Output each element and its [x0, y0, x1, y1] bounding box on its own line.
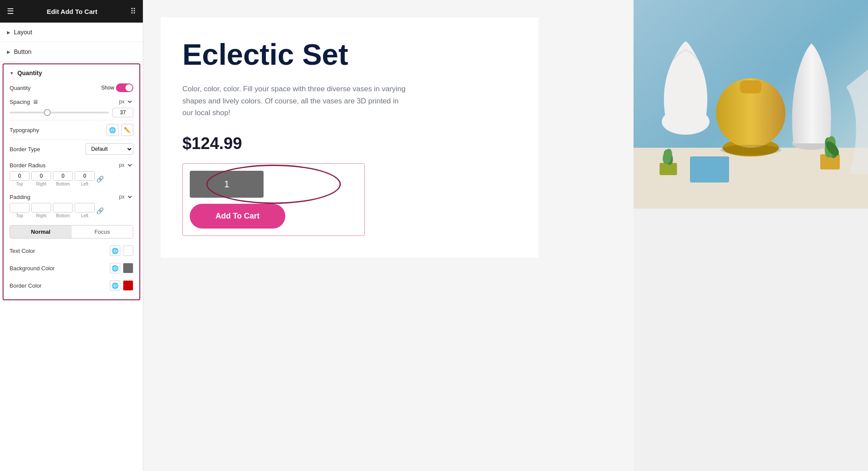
quantity-oval-wrap	[190, 171, 357, 198]
border-radius-unit[interactable]: px em	[117, 162, 133, 169]
product-card: Eclectic Set Color, color, color. Fill y…	[161, 17, 538, 258]
br-right-label: Right	[36, 182, 46, 186]
border-radius-label-row: Border Radius px em	[10, 162, 133, 169]
border-radius-section: Border Radius px em Top Right Bottom	[3, 158, 139, 190]
focus-tab[interactable]: Focus	[72, 226, 133, 238]
quantity-toggle[interactable]	[116, 83, 133, 92]
bg-color-globe[interactable]: 🌐	[110, 263, 120, 273]
button-section[interactable]: ▶ Button	[0, 42, 143, 62]
padding-right-wrap: Right	[31, 203, 51, 218]
state-tabs: Normal Focus	[10, 225, 133, 239]
border-type-label: Border Type	[10, 146, 40, 153]
grid-icon[interactable]: ⠿	[130, 7, 136, 16]
product-title: Eclectic Set	[182, 39, 517, 70]
border-radius-left-wrap: Left	[75, 171, 95, 186]
bg-color-row: Background Color 🌐	[3, 259, 139, 277]
border-color-globe[interactable]: 🌐	[110, 280, 120, 291]
spacing-label-wrap: Spacing 🖥	[10, 99, 38, 105]
border-radius-right[interactable]	[31, 171, 51, 181]
product-desc: Color, color, color. Fill your space wit…	[182, 83, 408, 119]
main-content: Eclectic Set Color, color, color. Fill y…	[143, 0, 868, 471]
pad-left-label: Left	[81, 213, 89, 218]
padding-link-icon[interactable]: 🔗	[96, 207, 104, 214]
padding-bottom[interactable]	[53, 203, 73, 212]
monitor-icon[interactable]: 🖥	[33, 99, 38, 105]
bg-color-label: Background Color	[10, 265, 55, 272]
padding-left-wrap: Left	[75, 203, 95, 218]
sidebar: ☰ Edit Add To Cart ⠿ ▶ Layout ▶ Button ▼…	[0, 0, 143, 471]
quantity-section-header[interactable]: ▼ Quantity	[3, 64, 139, 80]
sidebar-title: Edit Add To Cart	[47, 8, 98, 15]
padding-bottom-wrap: Bottom	[53, 203, 73, 218]
svg-rect-2	[690, 156, 729, 182]
border-radius-link-icon[interactable]: 🔗	[96, 176, 104, 182]
border-color-control: 🌐	[110, 280, 133, 291]
padding-inputs: Top Right Bottom Left 🔗	[10, 203, 133, 218]
hamburger-icon[interactable]: ☰	[7, 7, 14, 16]
border-color-label: Border Color	[10, 282, 42, 289]
typography-label: Typography	[10, 127, 39, 133]
border-radius-top[interactable]	[10, 171, 30, 181]
br-bottom-label: Bottom	[56, 182, 70, 186]
spacing-label: Spacing	[10, 99, 30, 105]
layout-label: Layout	[14, 29, 32, 36]
text-color-swatch[interactable]	[123, 245, 133, 256]
product-price: $124.99	[182, 134, 517, 153]
border-color-row: Border Color 🌐	[3, 277, 139, 294]
border-radius-inputs: Top Right Bottom Left 🔗	[10, 171, 133, 186]
svg-rect-6	[740, 80, 762, 93]
normal-tab[interactable]: Normal	[10, 226, 72, 238]
quantity-input[interactable]	[190, 171, 264, 198]
pad-right-label: Right	[36, 213, 46, 218]
border-radius-top-wrap: Top	[10, 171, 30, 186]
quantity-arrow: ▼	[10, 71, 14, 76]
edit-icon-typography[interactable]: ✏️	[121, 124, 133, 136]
spacing-range[interactable]	[10, 112, 109, 113]
quantity-toggle-wrap: Show	[101, 83, 133, 92]
svg-rect-12	[660, 163, 677, 175]
add-to-cart-button[interactable]: Add To Cart	[190, 204, 285, 229]
product-image-svg	[634, 0, 868, 209]
button-label: Button	[14, 48, 31, 55]
quantity-section-label: Quantity	[17, 70, 42, 76]
bg-color-swatch[interactable]	[123, 263, 133, 273]
pad-top-label: Top	[16, 213, 23, 218]
padding-label-row: Padding px em	[10, 193, 133, 200]
spacing-value-input[interactable]: 37	[112, 108, 133, 117]
typography-row: Typography 🌐 ✏️	[3, 120, 139, 139]
border-radius-label: Border Radius	[10, 162, 46, 169]
toggle-show-label: Show	[101, 85, 114, 91]
text-color-globe[interactable]: 🌐	[110, 245, 120, 256]
padding-top-wrap: Top	[10, 203, 30, 218]
product-image-panel	[634, 0, 868, 471]
padding-left[interactable]	[75, 203, 95, 212]
globe-icon-typography[interactable]: 🌐	[106, 124, 119, 136]
sidebar-header: ☰ Edit Add To Cart ⠿	[0, 0, 143, 23]
spacing-top: Spacing 🖥 px em %	[10, 98, 133, 105]
padding-right[interactable]	[31, 203, 51, 212]
br-left-label: Left	[81, 182, 89, 186]
spacing-unit-select[interactable]: px em %	[117, 98, 133, 105]
border-radius-bottom-wrap: Bottom	[53, 171, 73, 186]
border-type-row: Border Type Default None Solid Double Do…	[3, 140, 139, 158]
product-image-bg	[634, 0, 868, 209]
border-radius-left[interactable]	[75, 171, 95, 181]
border-type-select[interactable]: Default None Solid Double Dotted	[86, 143, 133, 155]
border-color-swatch[interactable]	[123, 280, 133, 291]
atc-container: Add To Cart	[182, 163, 365, 236]
text-color-label: Text Color	[10, 248, 35, 254]
quantity-field-row: Quantity Show	[3, 80, 139, 96]
quantity-field-label: Quantity	[10, 85, 30, 91]
padding-unit[interactable]: px em	[117, 193, 133, 200]
layout-arrow: ▶	[7, 30, 10, 35]
typography-icons: 🌐 ✏️	[106, 124, 133, 136]
padding-top[interactable]	[10, 203, 30, 212]
layout-section[interactable]: ▶ Layout	[0, 23, 143, 42]
padding-label: Padding	[10, 194, 30, 200]
text-color-control: 🌐	[110, 245, 133, 256]
canvas-area: Eclectic Set Color, color, color. Fill y…	[143, 0, 634, 471]
border-radius-bottom[interactable]	[53, 171, 73, 181]
text-color-row: Text Color 🌐	[3, 242, 139, 259]
svg-point-15	[720, 145, 781, 155]
pad-bottom-label: Bottom	[56, 213, 70, 218]
